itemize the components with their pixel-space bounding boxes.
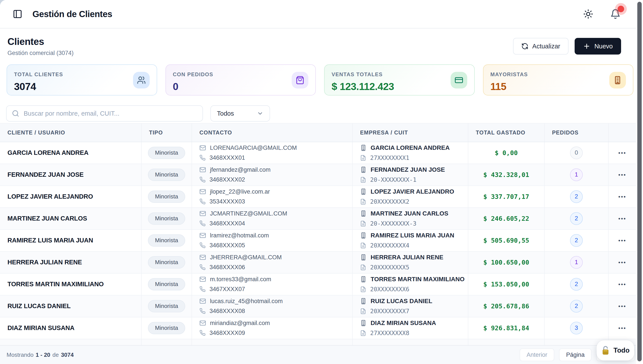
client-name: DIAZ MIRIAN SUSANA — [8, 324, 134, 332]
search-row: Todos — [0, 99, 643, 123]
row-actions-button[interactable]: ••• — [618, 325, 626, 331]
column-header-pedidos: PEDIDOS — [545, 124, 608, 142]
page-indicator-button[interactable]: Página — [559, 348, 591, 361]
total-spent: $ 432.328,01 — [483, 171, 529, 178]
table-row-partial — [0, 339, 636, 346]
tipo-badge: Minorista — [148, 300, 185, 312]
search-input[interactable] — [24, 110, 197, 117]
table-row[interactable]: LOPEZ JAVIER ALEJANDRO Minorista jlopez_… — [0, 186, 636, 208]
company-name: FERNANDEZ JUAN JOSE — [371, 166, 445, 173]
table-row[interactable]: FERNANDEZ JUAN JOSE Minorista jfernandez… — [0, 164, 636, 186]
refresh-button[interactable]: Actualizar — [513, 38, 568, 54]
client-email: miriandiaz@gmail.com — [210, 320, 270, 326]
orders-count-badge: 2 — [570, 212, 583, 225]
company-building-icon — [360, 276, 367, 282]
client-email: m.torres33@gmail.com — [210, 276, 271, 283]
results-range: 1 - 20 — [36, 352, 51, 358]
table-row[interactable]: MARTINEZ JUAN CARLOS Minorista JCMARTINE… — [0, 208, 636, 230]
row-actions-button[interactable]: ••• — [618, 303, 626, 309]
stat-value: 115 — [490, 80, 528, 92]
client-phone: 3468XXXX01 — [210, 154, 245, 161]
row-actions-button[interactable]: ••• — [618, 282, 626, 287]
table-row[interactable]: GARCIA LORENA ANDREA Minorista LORENAGAR… — [0, 142, 636, 164]
panel-left-icon — [13, 9, 22, 19]
theme-toggle-button[interactable] — [582, 8, 594, 20]
total-spent: $ 246.605,22 — [483, 215, 529, 222]
table-row[interactable]: TORRES MARTIN MAXIMILIANO Minorista m.to… — [0, 274, 636, 296]
table-row[interactable]: HERRERA JULIAN RENE Minorista JHERRERA@G… — [0, 252, 636, 274]
table-row[interactable]: RAMIREZ LUIS MARIA JUAN Minorista lramir… — [0, 230, 636, 252]
document-icon — [360, 220, 366, 227]
refresh-icon — [521, 43, 528, 50]
client-cuit: 20XXXXXXXX6 — [370, 286, 409, 292]
scrollbar-thumb[interactable] — [637, 2, 642, 361]
stat-value: 0 — [173, 80, 213, 92]
company-building-icon — [360, 232, 367, 239]
row-actions-button[interactable]: ••• — [618, 216, 626, 222]
table-row[interactable]: DIAZ MIRIAN SUSANA Minorista miriandiaz@… — [0, 317, 636, 339]
client-name: HERRERA JULIAN RENE — [8, 259, 134, 266]
total-spent: $ 205.678,86 — [483, 302, 529, 310]
phone-icon — [199, 330, 206, 336]
client-phone: 3468XXXX05 — [210, 242, 245, 249]
sun-icon — [583, 9, 593, 19]
client-name: TORRES MARTIN MAXIMILIANO — [8, 280, 134, 288]
row-actions-button[interactable]: ••• — [618, 238, 626, 243]
tipo-badge: Minorista — [148, 212, 185, 225]
company-name: TORRES MARTIN MAXIMILIANO — [371, 276, 465, 283]
previous-page-button[interactable]: Anterior — [520, 348, 554, 361]
phone-icon — [199, 154, 206, 161]
client-name: LOPEZ JAVIER ALEJANDRO — [8, 193, 134, 200]
column-header-cliente: CLIENTE / USUARIO — [0, 124, 142, 142]
client-name: RAMIREZ LUIS MARIA JUAN — [8, 237, 134, 244]
notifications-button[interactable] — [610, 8, 621, 20]
permissions-pill[interactable]: Todo — [596, 340, 634, 360]
column-header-tipo: TIPO — [142, 124, 192, 142]
orders-count-badge: 0 — [570, 146, 583, 159]
company-building-icon — [360, 144, 367, 151]
vertical-scrollbar[interactable] — [636, 0, 643, 364]
row-actions-button[interactable]: ••• — [618, 172, 626, 178]
stat-card-mayoristas: MAYORISTAS 115 — [483, 64, 633, 96]
page-header: Clientes Gestión comercial (3074) Actual… — [0, 28, 643, 62]
top-bar-actions — [582, 8, 621, 20]
tipo-badge: Minorista — [148, 169, 185, 181]
phone-icon — [199, 220, 206, 226]
search-box — [6, 105, 203, 122]
row-actions-button[interactable]: ••• — [618, 150, 626, 156]
document-icon — [360, 264, 366, 270]
company-name: RUIZ LUCAS DANIEL — [371, 298, 432, 305]
client-phone: 3468XXXX08 — [210, 308, 245, 314]
top-bar: Gestión de Clientes — [0, 0, 643, 28]
mail-icon — [199, 144, 206, 151]
mail-icon — [199, 188, 206, 195]
stat-value: 3074 — [14, 80, 63, 92]
mail-icon — [199, 232, 206, 239]
client-cuit: 27XXXXXXXX8 — [370, 330, 409, 336]
table-row[interactable]: RUIZ LUCAS DANIEL Minorista lucas.ruiz_4… — [0, 296, 636, 317]
stats-row: TOTAL CLIENTES 3074 CON PEDIDOS 0 VENTAS… — [0, 62, 643, 99]
tipo-badge: Minorista — [148, 322, 185, 334]
new-client-button[interactable]: Nuevo — [575, 38, 621, 54]
client-email: JCMARTINEZ@GMAIL.COM — [210, 210, 287, 217]
mail-icon — [199, 276, 206, 282]
total-spent: $ 100.650,00 — [483, 259, 529, 266]
sidebar-toggle-button[interactable] — [12, 9, 23, 19]
company-name: MARTINEZ JUAN CARLOS — [371, 210, 448, 217]
tipo-badge: Minorista — [148, 234, 185, 246]
table-body: GARCIA LORENA ANDREA Minorista LORENAGAR… — [0, 142, 636, 339]
search-icon — [12, 110, 19, 117]
filter-select[interactable]: Todos — [210, 105, 270, 122]
tipo-badge: Minorista — [148, 278, 185, 290]
tipo-badge: Minorista — [148, 256, 185, 268]
table-header: CLIENTE / USUARIO TIPO CONTACTO EMPRESA … — [0, 123, 636, 142]
client-email: lucas.ruiz_45@hotmail.com — [210, 298, 283, 305]
document-icon — [360, 199, 366, 205]
document-icon — [360, 308, 366, 314]
client-phone: 3468XXXX09 — [210, 330, 245, 336]
row-actions-button[interactable]: ••• — [618, 194, 626, 200]
company-name: GARCIA LORENA ANDREA — [371, 144, 450, 151]
phone-icon — [199, 176, 206, 183]
row-actions-button[interactable]: ••• — [618, 260, 626, 265]
phone-icon — [199, 242, 206, 248]
